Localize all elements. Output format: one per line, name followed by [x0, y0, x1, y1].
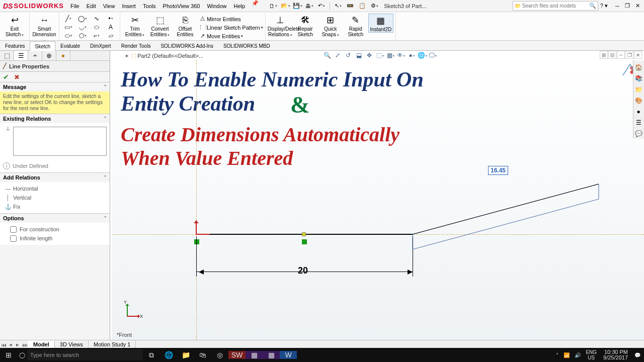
window-minimize-button[interactable]: ─	[613, 2, 622, 11]
tab-addins[interactable]: SOLIDWORKS Add-Ins	[155, 41, 218, 50]
section-view-button[interactable]: ⬓	[354, 51, 364, 60]
qat-save-button[interactable]: 💾	[292, 1, 303, 11]
tabnav-next[interactable]: ▸	[14, 341, 21, 348]
help-dropdown[interactable]: ? ▾	[598, 3, 610, 9]
window-close-button[interactable]: ✕	[633, 2, 642, 11]
tab-mbd[interactable]: SOLIDWORKS MBD	[218, 41, 275, 50]
taskbar-store-icon[interactable]: 🛍	[194, 351, 211, 359]
configuration-manager-tab[interactable]: 𝄐	[28, 51, 42, 60]
slot-tool-button[interactable]: ⬭	[63, 32, 74, 40]
menu-photoview[interactable]: PhotoView 360	[159, 0, 204, 12]
text-tool-button[interactable]: A	[105, 23, 116, 31]
view-orientation-button[interactable]: ⬚	[375, 51, 385, 60]
midpoint-handle[interactable]	[302, 232, 306, 236]
infinite-length-checkbox[interactable]	[10, 235, 17, 242]
taskpane-forum-tab[interactable]: 💬	[633, 129, 643, 139]
tray-notifications-icon[interactable]: 💬	[633, 352, 642, 358]
line-tool-button[interactable]: ╱	[63, 15, 74, 23]
edit-appearance-button[interactable]: ●	[407, 51, 417, 60]
taskbar-edge-icon[interactable]: 🌐	[160, 351, 177, 359]
menu-window[interactable]: Window	[203, 0, 230, 12]
taskpane-design-library-tab[interactable]: 📚	[633, 73, 643, 83]
tray-language[interactable]: ENG	[584, 349, 598, 355]
display-manager-tab[interactable]: ●	[56, 51, 70, 60]
display-style-button[interactable]: ▦	[385, 51, 395, 60]
tab-render-tools[interactable]: Render Tools	[116, 41, 156, 50]
convert-entities-button[interactable]: ⬚ Convert Entities	[147, 14, 173, 38]
menu-edit[interactable]: Edit	[83, 0, 100, 12]
qat-edit-appearance-button[interactable]: 📋	[357, 1, 368, 11]
tabnav-prev[interactable]: ◂	[7, 341, 14, 348]
gfx-maximize-button[interactable]: ❐	[625, 51, 633, 59]
menu-pin-icon[interactable]: 📌	[249, 0, 262, 12]
property-manager-tab[interactable]: ☰	[14, 51, 28, 60]
start-button[interactable]: ⊞	[0, 351, 17, 359]
spline-tool-button[interactable]: ∿	[91, 15, 102, 23]
dimension-value-horizontal[interactable]: 20	[298, 265, 308, 276]
gfx-viewport-button[interactable]: ⊞	[600, 51, 608, 59]
qat-undo-button[interactable]: ↶	[316, 1, 327, 11]
exit-sketch-button[interactable]: ↩ Exit Sketch	[2, 14, 27, 38]
mirror-entities-button[interactable]: ⧊Mirror Entities	[198, 15, 263, 23]
gfx-close-button[interactable]: ✕	[634, 51, 642, 59]
search-box[interactable]: 📁 🔍	[513, 1, 598, 11]
instant2d-button[interactable]: ▦ Instant2D	[368, 14, 393, 33]
offset-entities-button[interactable]: ⎘ Offset Entities	[173, 14, 198, 37]
point-tool-button[interactable]: •	[105, 15, 116, 23]
dimxpert-manager-tab[interactable]: ⊕	[42, 51, 56, 60]
qat-options-button[interactable]: ⚙	[369, 1, 380, 11]
repair-sketch-button[interactable]: 🛠 Repair Sketch	[293, 14, 318, 37]
tab-dimxpert[interactable]: DimXpert	[85, 41, 116, 50]
relation-glyph-mid[interactable]	[302, 239, 307, 244]
taskbar-chrome-icon[interactable]: ◎	[211, 351, 228, 359]
taskpane-resources-tab[interactable]: 🏠	[633, 62, 643, 72]
existing-relations-listbox[interactable]	[13, 127, 107, 156]
option-for-construction[interactable]: For construction	[3, 225, 107, 234]
menu-help[interactable]: Help	[230, 0, 249, 12]
circle-tool-button[interactable]: ◯	[77, 15, 88, 23]
tab-sketch[interactable]: Sketch	[30, 41, 55, 51]
task-view-button[interactable]: ⧉	[143, 351, 160, 359]
gfx-viewport2-button[interactable]: ⊟	[608, 51, 616, 59]
taskpane-view-palette-tab[interactable]: 🎨	[633, 96, 643, 106]
pm-existing-header[interactable]: Existing Relations˄	[0, 114, 110, 123]
relation-vertical-button[interactable]: │Vertical	[3, 193, 107, 202]
qat-open-button[interactable]: 📂	[280, 1, 291, 11]
taskbar-search[interactable]: Type here to search	[27, 349, 143, 360]
taskbar-app2-icon[interactable]: ▦	[263, 351, 280, 359]
linear-pattern-button[interactable]: ⋮⋮Linear Sketch Pattern▾	[198, 23, 263, 32]
zoom-area-button[interactable]: ⤢	[333, 51, 343, 60]
menu-view[interactable]: View	[100, 0, 119, 12]
option-infinite-length[interactable]: Infinite length	[3, 234, 107, 243]
relation-glyph-left[interactable]	[194, 239, 199, 244]
search-icon[interactable]: 🔍	[589, 3, 596, 9]
graphics-area[interactable]: ✖ How To Enable Numeric Input On Entity …	[112, 60, 644, 340]
tray-network-icon[interactable]: 📶	[562, 352, 571, 358]
tabnav-first[interactable]: ⏮	[0, 342, 7, 348]
breadcrumb[interactable]: ▸ ⬚ Part2 (Default<<Default>...	[126, 52, 203, 59]
tabnav-last[interactable]: ⏭	[21, 342, 28, 348]
rapid-sketch-button[interactable]: ✎ Rapid Sketch	[343, 14, 368, 37]
relation-horizontal-button[interactable]: —Horizontal	[3, 184, 107, 193]
window-restore-button[interactable]: ❐	[623, 2, 632, 11]
polygon-tool-button[interactable]: ⬡	[77, 32, 88, 40]
apply-scene-button[interactable]: 🌐	[417, 51, 427, 60]
relation-fix-button[interactable]: ⚓Fix	[3, 202, 107, 211]
display-relations-button[interactable]: ⊥ Display/Delete Relations	[268, 14, 293, 38]
qat-print-button[interactable]: 🖶	[304, 1, 315, 11]
tab-evaluate[interactable]: Evaluate	[55, 41, 85, 50]
menu-file[interactable]: File	[67, 0, 83, 12]
ellipse-tool-button[interactable]: ⬭	[91, 23, 102, 31]
previous-view-button[interactable]: ↺	[343, 51, 353, 60]
rectangle-tool-button[interactable]: ▭	[63, 23, 74, 31]
gfx-minimize-button[interactable]: ─	[617, 51, 625, 59]
menu-insert[interactable]: Insert	[118, 0, 139, 12]
pm-ok-button[interactable]: ✔	[3, 73, 9, 81]
arc-tool-button[interactable]: ◡	[77, 23, 88, 31]
taskpane-appearances-tab[interactable]: ●	[633, 107, 643, 117]
taskbar-solidworks-icon[interactable]: SW	[228, 351, 246, 359]
plane-tool-button[interactable]: ▱	[105, 32, 116, 40]
quick-snaps-button[interactable]: ⊞ Quick Snaps	[318, 14, 343, 38]
view-settings-button[interactable]: 🖵	[428, 51, 438, 60]
hide-show-button[interactable]: 👁	[396, 51, 406, 60]
